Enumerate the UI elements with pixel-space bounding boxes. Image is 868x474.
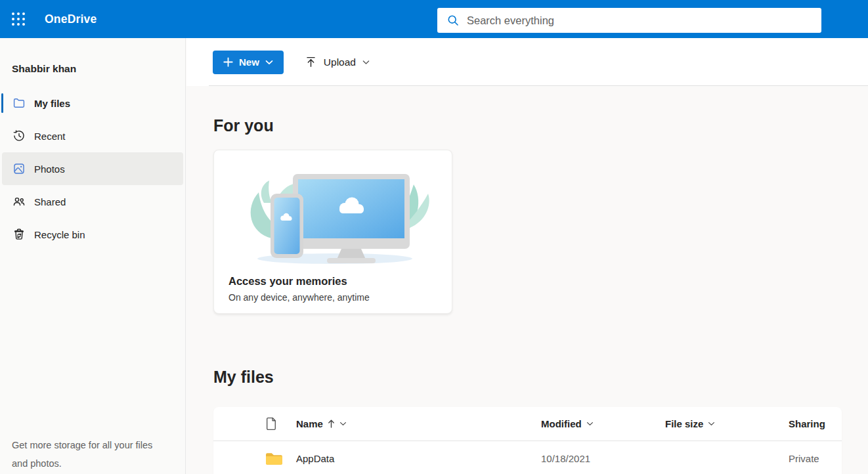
sidebar-item-my-files[interactable]: My files xyxy=(2,87,183,119)
file-row-appdata[interactable]: AppData 10/18/2021 Private xyxy=(213,441,842,474)
storage-promo-text: Get more storage for all your files and … xyxy=(12,436,171,473)
card-title: Access your memories xyxy=(228,274,437,288)
column-header-sharing[interactable]: Sharing xyxy=(789,418,842,429)
sidebar-item-label: Photos xyxy=(34,163,65,175)
waffle-icon xyxy=(12,12,25,26)
file-type-column-header[interactable] xyxy=(265,417,296,431)
plus-icon xyxy=(223,57,233,67)
upload-button-label: Upload xyxy=(324,56,356,68)
toolbar-divider xyxy=(209,85,868,86)
content-scroll-area: For you xyxy=(186,87,868,474)
access-memories-card[interactable]: Access your memories On any device, anyw… xyxy=(213,150,452,314)
for-you-heading: For you xyxy=(213,87,868,137)
file-sharing: Private xyxy=(789,453,842,464)
table-header-row: Name Modified xyxy=(213,407,842,441)
my-files-heading: My files xyxy=(213,366,868,388)
sidebar-item-label: Recycle bin xyxy=(34,229,85,240)
app-launcher-button[interactable] xyxy=(0,0,37,38)
new-button[interactable]: New xyxy=(213,51,284,74)
folder-yellow-icon xyxy=(265,452,283,465)
user-name: Shabbir khan xyxy=(0,62,185,76)
chevron-down-icon xyxy=(362,60,370,65)
upload-button[interactable]: Upload xyxy=(297,51,378,74)
selected-indicator xyxy=(1,93,3,113)
folder-icon xyxy=(12,97,26,110)
sidebar-item-photos[interactable]: Photos xyxy=(2,152,183,185)
sidebar-item-recycle-bin[interactable]: Recycle bin xyxy=(2,218,183,251)
column-header-file-size[interactable]: File size xyxy=(665,418,715,429)
column-header-modified[interactable]: Modified xyxy=(541,418,665,429)
column-label: Name xyxy=(296,418,323,429)
files-table: Name Modified xyxy=(213,407,842,474)
document-icon xyxy=(265,417,278,431)
column-label: Sharing xyxy=(789,418,825,429)
sidebar-item-label: Shared xyxy=(34,196,66,207)
search-box[interactable] xyxy=(437,8,821,33)
photos-icon xyxy=(12,162,26,175)
sidebar-item-shared[interactable]: Shared xyxy=(2,185,183,218)
new-button-label: New xyxy=(239,56,259,68)
sidebar-item-label: Recent xyxy=(34,131,66,142)
file-name[interactable]: AppData xyxy=(296,453,334,464)
people-icon xyxy=(12,195,26,208)
chevron-down-icon xyxy=(708,421,715,426)
sort-ascending-icon xyxy=(328,420,335,428)
card-subtitle: On any device, anywhere, anytime xyxy=(228,291,437,304)
upload-icon xyxy=(305,56,317,68)
main-panel: New Upload For you xyxy=(186,38,868,474)
sidebar-nav: My files Recent xyxy=(0,87,185,251)
sidebar: Shabbir khan My files xyxy=(0,38,186,474)
file-modified: 10/18/2021 xyxy=(541,453,665,464)
sidebar-item-label: My files xyxy=(34,98,70,109)
devices-cloud-illustration xyxy=(214,165,452,265)
command-bar: New Upload xyxy=(186,38,868,86)
history-icon xyxy=(12,129,26,142)
chevron-down-icon xyxy=(339,421,347,426)
column-label: File size xyxy=(665,418,703,429)
chevron-down-icon xyxy=(265,60,273,65)
chevron-down-icon xyxy=(586,421,594,426)
onedrive-app: OneDrive Shabbir khan My files xyxy=(0,0,868,474)
recycle-bin-icon xyxy=(12,228,26,241)
search-icon xyxy=(446,14,460,27)
top-app-bar: OneDrive xyxy=(0,0,868,38)
column-label: Modified xyxy=(541,418,582,429)
column-header-name[interactable]: Name xyxy=(296,418,347,429)
search-input[interactable] xyxy=(467,14,808,27)
app-title[interactable]: OneDrive xyxy=(45,12,97,26)
sidebar-item-recent[interactable]: Recent xyxy=(2,119,183,152)
